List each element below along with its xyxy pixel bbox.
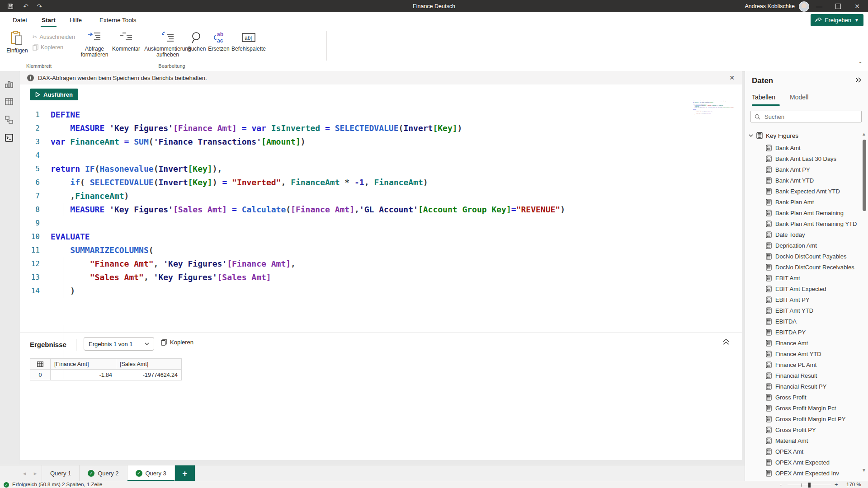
results-column-header: [Sales Amt]	[116, 359, 182, 370]
tab-tabellen[interactable]: Tabellen	[752, 94, 775, 101]
search-button[interactable]: Suchen	[186, 31, 207, 52]
field-item[interactable]: Bank Amt Last 30 Days	[745, 153, 858, 164]
table-view-icon[interactable]	[5, 97, 14, 107]
field-item[interactable]: Material Amt	[745, 435, 858, 446]
format-query-button[interactable]: Abfrage formatieren	[80, 31, 109, 58]
field-item[interactable]: EBIT Amt PY	[745, 294, 858, 305]
field-item[interactable]: Gross Profit	[745, 392, 858, 403]
menu-start[interactable]: Start	[40, 12, 57, 28]
field-item[interactable]: OPEX Amt Expected	[745, 457, 858, 468]
code-line[interactable]: 4	[20, 148, 689, 162]
zoom-in-button[interactable]: +	[835, 481, 838, 488]
minimap[interactable]: DEFINE MEASURE 'Key Figures'[Finance Amt…	[692, 99, 740, 125]
scroll-up-icon[interactable]: ▲	[862, 131, 866, 136]
query-tab[interactable]: Query 1	[42, 465, 80, 481]
results-table: [Finance Amt][Sales Amt] 0-1.84-19774624…	[30, 358, 182, 380]
field-item[interactable]: DocNo DistCount Payables	[745, 251, 858, 262]
close-button[interactable]: ✕	[848, 0, 866, 12]
code-line[interactable]: 11 SUMMARIZECOLUMNS(	[20, 243, 689, 257]
field-item[interactable]: Bank Amt PY	[745, 164, 858, 175]
ribbon: Einfügen ✂ Ausschneiden Kopieren Klemmbr…	[0, 28, 868, 71]
field-item[interactable]: Bank Expected Amt YTD	[745, 186, 858, 197]
field-item[interactable]: Gross Profit Margin Pct PY	[745, 413, 858, 424]
add-query-button[interactable]: +	[175, 465, 195, 481]
maximize-button[interactable]	[829, 0, 847, 12]
dax-query-view-icon[interactable]	[5, 133, 14, 143]
row-index: 0	[30, 370, 51, 380]
collapse-ribbon-icon[interactable]: ⌃	[858, 61, 863, 67]
collapse-panel-icon[interactable]	[855, 77, 861, 83]
report-view-icon[interactable]	[5, 80, 14, 89]
code-line[interactable]: 6 if( SELECTEDVALUE(Invert[Key]) = "Inve…	[20, 175, 689, 189]
line-number: 1	[20, 110, 40, 119]
tab-modell[interactable]: Modell	[790, 94, 808, 101]
field-item[interactable]: EBITDA PY	[745, 327, 858, 338]
minimize-button[interactable]: —	[810, 0, 828, 12]
code-line[interactable]: 12 "Finance Amt", 'Key Figures'[Finance …	[20, 257, 689, 270]
field-item[interactable]: Finance PL Amt	[745, 359, 858, 370]
run-button[interactable]: Ausführen	[30, 89, 78, 100]
results-title: Ergebnisse	[30, 341, 66, 348]
field-item[interactable]: EBIT Amt YTD	[745, 305, 858, 316]
field-item[interactable]: Date Today	[745, 229, 858, 240]
field-item[interactable]: Gross Profit PY	[745, 424, 858, 435]
field-item[interactable]: Financial Result PY	[745, 381, 858, 392]
cut-button[interactable]: ✂ Ausschneiden	[33, 33, 75, 40]
query-tab[interactable]: ✓Query 3	[127, 465, 175, 481]
code-line[interactable]: 9	[20, 216, 689, 230]
code-line[interactable]: 10EVALUATE	[20, 230, 689, 243]
field-item[interactable]: Gross Profit Margin Pct	[745, 403, 858, 413]
command-palette-button[interactable]: ab| Befehlspalette	[231, 31, 267, 52]
field-item[interactable]: OPEX Amt Expected Inv	[745, 468, 858, 479]
code-line[interactable]: 3var FinanceAmt = SUM('Finance Transacti…	[20, 135, 689, 148]
field-item[interactable]: Bank Amt YTD	[745, 175, 858, 186]
code-line[interactable]: 14 )	[20, 284, 689, 297]
result-selector-dropdown[interactable]: Ergebnis 1 von 1	[84, 337, 154, 351]
field-item[interactable]: Financial Result	[745, 370, 858, 381]
field-item[interactable]: OPEX Amt	[745, 446, 858, 457]
field-item[interactable]: Bank Plan Amt Remaining	[745, 207, 858, 218]
search-input[interactable]	[764, 113, 847, 121]
code-line[interactable]: 8 MEASURE 'Key Figures'[Sales Amt] = Cal…	[20, 202, 689, 216]
avatar[interactable]	[799, 1, 809, 12]
field-item[interactable]: Bank Plan Amt	[745, 197, 858, 207]
line-number: 7	[20, 192, 40, 200]
replace-button[interactable]: ab ac Ersetzen	[207, 31, 231, 52]
menu-externe-tools[interactable]: Externe Tools	[98, 12, 138, 28]
code-line[interactable]: 5return IF(Hasonevalue(Invert[Key]),	[20, 162, 689, 175]
tabs-scroll-left-icon[interactable]: ◂	[19, 465, 30, 481]
field-item[interactable]: EBIT Amt Expected	[745, 283, 858, 294]
paste-button[interactable]: Einfügen	[4, 31, 31, 54]
menu-hilfe[interactable]: Hilfe	[68, 12, 84, 28]
zoom-out-button[interactable]: -	[780, 481, 782, 488]
model-view-icon[interactable]	[5, 115, 14, 125]
scroll-down-icon[interactable]: ▼	[862, 468, 866, 473]
copy-results-button[interactable]: Kopieren	[161, 339, 193, 346]
code-line[interactable]: 13 "Sales Amt", 'Key Figures'[Sales Amt]	[20, 270, 689, 284]
format-query-icon	[87, 31, 102, 44]
field-item[interactable]: Bank Plan Amt Remaining YTD	[745, 218, 858, 229]
field-item[interactable]: DocNo DistCount Receivables	[745, 262, 858, 272]
field-search-box[interactable]	[750, 111, 862, 122]
field-item[interactable]: Deprication Amt	[745, 240, 858, 251]
menu-datei[interactable]: Datei	[11, 12, 29, 28]
code-line[interactable]: 7 ,FinanceAmt)	[20, 189, 689, 202]
query-tab[interactable]: ✓Query 2	[80, 465, 127, 481]
field-item[interactable]: EBITDA	[745, 316, 858, 327]
code-line[interactable]: 2 MEASURE 'Key Figures'[Finance Amt] = v…	[20, 121, 689, 135]
uncomment-button[interactable]: Auskommentierung aufheben	[143, 31, 193, 58]
scrollbar-thumb[interactable]	[863, 140, 866, 211]
comment-button[interactable]: Kommentar	[111, 31, 141, 52]
tabs-scroll-right-icon[interactable]: ▸	[30, 465, 41, 481]
collapse-results-icon[interactable]	[723, 338, 732, 349]
zoom-slider-thumb[interactable]	[808, 483, 811, 488]
field-item[interactable]: Bank Amt	[745, 142, 858, 153]
share-button[interactable]: Freigeben ▼	[811, 14, 863, 26]
code-line[interactable]: 1DEFINE	[20, 108, 689, 121]
table-node-key-figures[interactable]: Key Figures	[749, 130, 798, 141]
field-item[interactable]: Finance Amt YTD	[745, 348, 858, 359]
field-item[interactable]: EBIT Amt	[745, 272, 858, 283]
copy-button[interactable]: Kopieren	[33, 44, 63, 51]
info-close-icon[interactable]: ✕	[729, 74, 735, 81]
field-item[interactable]: Finance Amt	[745, 338, 858, 348]
